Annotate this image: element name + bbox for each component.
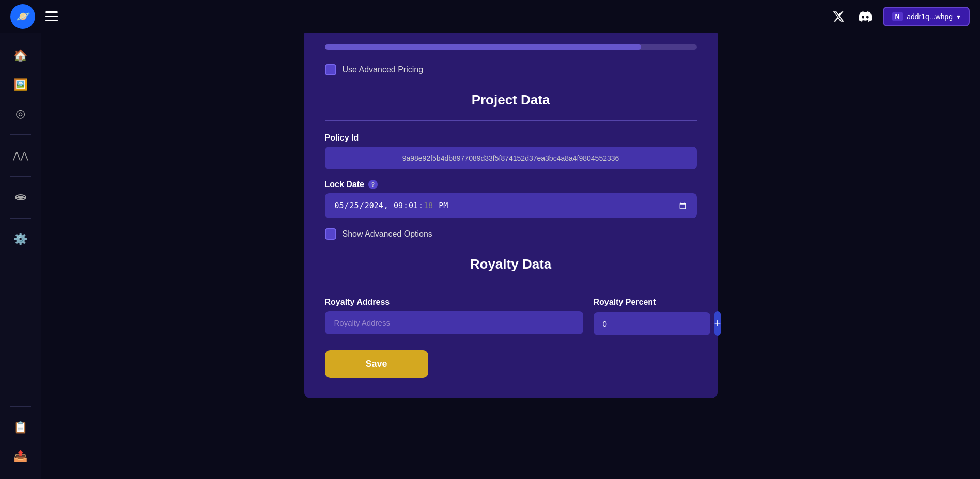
- sidebar-item-spool[interactable]: [8, 185, 33, 210]
- royalty-data-divider: [325, 285, 697, 285]
- show-advanced-options-row: Show Advanced Options: [325, 228, 697, 240]
- twitter-icon[interactable]: [829, 7, 848, 26]
- sidebar-item-chevrons[interactable]: ⋀⋀: [8, 143, 33, 168]
- wallet-dropdown-icon: ▾: [957, 12, 960, 21]
- lock-date-group: Lock Date ?: [325, 180, 697, 218]
- topnav-right: N addr1q...whpg ▾: [829, 7, 970, 26]
- sidebar-divider-4: [10, 406, 31, 407]
- sidebar-item-home[interactable]: 🏠: [8, 43, 33, 68]
- main-panel: Use Advanced Pricing Project Data Policy…: [304, 33, 718, 398]
- sidebar: 🏠 🖼️ ◎ ⋀⋀ ⚙️ 📋 📤: [0, 33, 41, 479]
- main-content: Use Advanced Pricing Project Data Policy…: [41, 33, 980, 479]
- sidebar-item-export[interactable]: 📤: [8, 444, 33, 469]
- discord-icon[interactable]: [856, 7, 875, 26]
- sidebar-divider-2: [10, 176, 31, 177]
- sidebar-item-target[interactable]: ◎: [8, 101, 33, 126]
- policy-id-value: 9a98e92f5b4db8977089d33f5f874152d37ea3bc…: [325, 147, 697, 169]
- progress-bar-container: [325, 44, 697, 50]
- show-advanced-options-label: Show Advanced Options: [343, 229, 432, 239]
- royalty-input-row: +: [594, 311, 697, 336]
- show-advanced-options-checkbox[interactable]: [325, 228, 336, 240]
- royalty-data-section-header: Royalty Data: [325, 256, 697, 272]
- sidebar-item-gallery[interactable]: 🖼️: [8, 72, 33, 97]
- progress-bar-fill: [325, 44, 641, 50]
- royalty-percent-col: Royalty Percent +: [594, 298, 697, 336]
- royalty-address-label: Royalty Address: [325, 298, 583, 307]
- royalty-address-col: Royalty Address: [325, 298, 583, 334]
- wallet-address: addr1q...whpg: [907, 12, 953, 21]
- progress-bar-track: [325, 44, 697, 50]
- sidebar-bottom: 📋 📤: [8, 402, 33, 469]
- lock-date-input[interactable]: [325, 193, 697, 218]
- use-advanced-pricing-label: Use Advanced Pricing: [343, 65, 424, 74]
- sidebar-divider-3: [10, 218, 31, 219]
- add-royalty-button[interactable]: +: [714, 311, 721, 336]
- sidebar-item-docs[interactable]: 📋: [8, 415, 33, 440]
- lock-date-label: Lock Date ?: [325, 180, 697, 189]
- sidebar-item-settings[interactable]: ⚙️: [8, 227, 33, 252]
- save-button[interactable]: Save: [325, 350, 428, 378]
- logo[interactable]: 🪐: [10, 4, 35, 29]
- lock-date-help[interactable]: ?: [368, 180, 378, 189]
- royalty-data-title: Royalty Data: [325, 256, 697, 272]
- policy-id-label: Policy Id: [325, 133, 697, 143]
- use-advanced-pricing-checkbox[interactable]: [325, 64, 336, 75]
- topnav: 🪐 N addr1q...whpg ▾: [0, 0, 980, 33]
- project-data-title: Project Data: [325, 92, 697, 108]
- sidebar-divider-1: [10, 134, 31, 135]
- use-advanced-pricing-row: Use Advanced Pricing: [325, 64, 697, 75]
- project-data-divider: [325, 120, 697, 121]
- topnav-left: 🪐: [10, 4, 58, 29]
- royalty-percent-label: Royalty Percent: [594, 298, 697, 307]
- main-layout: 🏠 🖼️ ◎ ⋀⋀ ⚙️ 📋 📤: [0, 33, 980, 479]
- wallet-button[interactable]: N addr1q...whpg ▾: [883, 7, 970, 26]
- hamburger-button[interactable]: [45, 11, 58, 21]
- wallet-network: N: [892, 12, 903, 21]
- policy-id-group: Policy Id 9a98e92f5b4db8977089d33f5f8741…: [325, 133, 697, 169]
- project-data-section-header: Project Data: [325, 92, 697, 108]
- save-button-container: Save: [325, 336, 697, 378]
- royalty-percent-input[interactable]: [594, 312, 710, 335]
- royalty-row: Royalty Address Royalty Percent +: [325, 298, 697, 336]
- royalty-address-input[interactable]: [325, 311, 583, 334]
